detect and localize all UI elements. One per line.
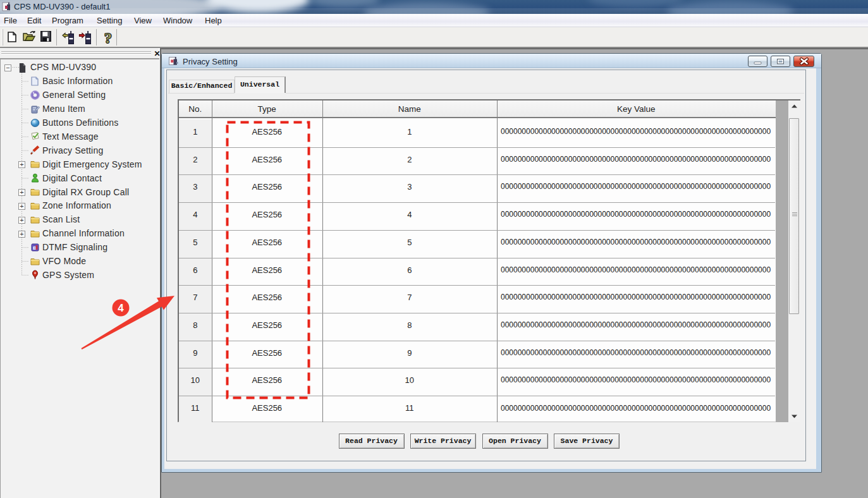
svg-text:4: 4	[118, 302, 124, 314]
